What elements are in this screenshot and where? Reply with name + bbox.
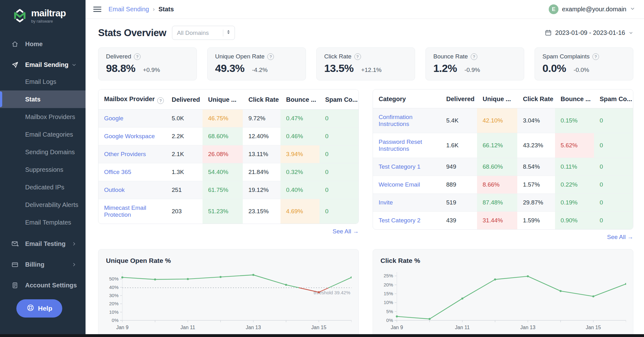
domain-select[interactable]: All Domains bbox=[172, 26, 235, 40]
help-circle-icon[interactable]: ? bbox=[592, 53, 599, 60]
sidebar-item-email-logs[interactable]: Email Logs bbox=[0, 73, 86, 90]
mailtrap-logo[interactable]: mailtrap by railsware bbox=[0, 0, 86, 24]
click-rate-chart-card: Click Rate % 0%5%10%15%20%25%Jan 9Jan 11… bbox=[373, 249, 633, 337]
help-circle-icon[interactable]: ? bbox=[267, 53, 274, 60]
cell-name: Welcome Email bbox=[373, 176, 441, 194]
sidebar-item-email-testing[interactable]: Email Testing bbox=[0, 236, 86, 252]
sidebar-item-label: Email Categories bbox=[0, 131, 73, 138]
sidebar-item-account-settings[interactable]: Account Settings bbox=[0, 277, 86, 293]
category-table-section: CategoryDeliveredUnique ...Click RateBou… bbox=[373, 89, 633, 241]
hamburger-menu-icon[interactable] bbox=[93, 6, 102, 13]
cell-value: 26.08% bbox=[203, 145, 243, 163]
cell-value: 0 bbox=[319, 163, 358, 181]
domain-select-value: All Domains bbox=[177, 30, 209, 36]
row-link-confirmation-instructions[interactable]: Confirmation Instructions bbox=[379, 114, 413, 127]
sidebar-item-deliverability-alerts[interactable]: Deliverability Alerts bbox=[0, 196, 86, 214]
help-circle-icon[interactable]: ? bbox=[157, 97, 164, 104]
date-range-picker[interactable]: 2023-01-09 - 2023-01-16 bbox=[545, 29, 633, 36]
sidebar-item-home[interactable]: Home bbox=[0, 36, 86, 52]
cell-value: 68.60% bbox=[477, 158, 517, 176]
row-link-outlook[interactable]: Outlook bbox=[104, 187, 125, 193]
cell-value: 8.54% bbox=[517, 158, 555, 176]
category-table: CategoryDeliveredUnique ...Click RateBou… bbox=[373, 89, 633, 230]
sidebar-item-billing[interactable]: Billing bbox=[0, 256, 86, 273]
cell-name: Google bbox=[98, 110, 166, 128]
sidebar-item-email-sending[interactable]: Email Sending bbox=[0, 57, 86, 73]
chevron-down-icon bbox=[71, 62, 77, 68]
date-range-value: 2023-01-09 - 2023-01-16 bbox=[555, 29, 625, 36]
chevron-down-icon bbox=[630, 6, 635, 13]
stat-card-value: 98.8% bbox=[106, 62, 135, 74]
row-link-password-reset-instructions[interactable]: Password Reset Instructions bbox=[379, 139, 422, 152]
cell-value: 42.10% bbox=[477, 108, 517, 133]
breadcrumb-email-sending[interactable]: Email Sending bbox=[108, 6, 149, 13]
row-link-invite[interactable]: Invite bbox=[379, 199, 393, 206]
row-link-office-365[interactable]: Office 365 bbox=[104, 169, 131, 175]
cell-value: 0 bbox=[319, 199, 358, 224]
cell-value: 0 bbox=[594, 212, 633, 229]
page-title: Stats Overview bbox=[98, 27, 166, 39]
sidebar-item-mailbox-providers[interactable]: Mailbox Providers bbox=[0, 108, 86, 126]
lifebuoy-icon bbox=[26, 304, 35, 313]
brand-name: mailtrap bbox=[31, 8, 66, 18]
see-all-categories-link[interactable]: See All → bbox=[607, 234, 633, 240]
sidebar-item-sending-domains[interactable]: Sending Domains bbox=[0, 143, 86, 161]
cell-name: Office 365 bbox=[98, 163, 166, 181]
help-circle-icon[interactable]: ? bbox=[134, 53, 141, 60]
help-label: Help bbox=[38, 305, 53, 312]
cell-value: 5.62% bbox=[555, 133, 594, 158]
mailbox-provider-table-section: Mailbox Provider?DeliveredUnique ...Clic… bbox=[98, 89, 359, 241]
cell-name: Outlook bbox=[98, 181, 166, 199]
row-link-mimecast-email-protection[interactable]: Mimecast Email Protection bbox=[104, 204, 146, 218]
column-header-delivered: Delivered bbox=[166, 90, 203, 110]
sidebar-item-dedicated-ips[interactable]: Dedicated IPs bbox=[0, 178, 86, 196]
cell-name: Google Workspace bbox=[98, 128, 166, 145]
stat-card-value: 0.0% bbox=[542, 62, 566, 74]
sidebar-nav: HomeEmail SendingEmail LogsStatsMailbox … bbox=[0, 36, 86, 293]
row-link-other-providers[interactable]: Other Providers bbox=[104, 151, 146, 157]
select-spinner-icon bbox=[226, 29, 231, 36]
help-circle-icon[interactable]: ? bbox=[354, 53, 361, 60]
svg-text:Jan 13: Jan 13 bbox=[520, 325, 536, 330]
sidebar-item-suppressions[interactable]: Suppressions bbox=[0, 161, 86, 178]
help-circle-icon[interactable]: ? bbox=[471, 53, 477, 60]
charts-row: Unique Open Rate % 0%10%20%30%40%50%Jan … bbox=[98, 249, 633, 337]
column-header-spam-co: Spam Co... bbox=[594, 90, 633, 108]
stat-card-delta: +0.9% bbox=[143, 67, 160, 73]
row-link-google-workspace[interactable]: Google Workspace bbox=[104, 133, 155, 139]
see-all-providers-link[interactable]: See All → bbox=[333, 228, 359, 235]
cell-value: 0.22% bbox=[555, 176, 594, 194]
row-link-test-category-2[interactable]: Test Category 2 bbox=[379, 217, 420, 224]
account-menu[interactable]: E example@your.domain bbox=[549, 4, 635, 14]
cell-value: 519 bbox=[441, 194, 477, 212]
cell-value: 87.48% bbox=[477, 194, 517, 212]
billing-icon bbox=[11, 261, 19, 268]
sidebar-item-label: Mailbox Providers bbox=[0, 113, 75, 121]
stat-card-delta: -4.2% bbox=[252, 67, 268, 73]
row-link-test-category-1[interactable]: Test Category 1 bbox=[379, 163, 420, 170]
cell-name: Test Category 1 bbox=[373, 158, 441, 176]
sidebar-item-label: Stats bbox=[0, 96, 41, 103]
cell-value: 0.19% bbox=[555, 194, 594, 212]
sidebar: mailtrap by railsware HomeEmail SendingE… bbox=[0, 0, 86, 337]
row-link-welcome-email[interactable]: Welcome Email bbox=[379, 181, 420, 188]
sidebar-item-email-categories[interactable]: Email Categories bbox=[0, 126, 86, 143]
table-row: Mimecast Email Protection20351.23%23.15%… bbox=[98, 199, 358, 224]
cell-value: 5.0K bbox=[166, 110, 203, 128]
cell-value: 0.90% bbox=[555, 212, 594, 229]
cell-value: 0 bbox=[594, 133, 633, 158]
row-link-google[interactable]: Google bbox=[104, 115, 123, 122]
svg-text:20%: 20% bbox=[384, 282, 393, 287]
stat-card-label: Unique Open Rate bbox=[215, 53, 264, 60]
cell-value: 0 bbox=[594, 194, 633, 212]
breadcrumb-current: Stats bbox=[158, 6, 174, 13]
sidebar-item-stats[interactable]: Stats bbox=[0, 90, 86, 108]
help-button[interactable]: Help bbox=[16, 299, 62, 318]
mailbox-provider-table: Mailbox Provider?DeliveredUnique ...Clic… bbox=[98, 89, 359, 224]
cell-name: Mimecast Email Protection bbox=[98, 199, 166, 224]
cell-value: 0 bbox=[319, 145, 358, 163]
cell-name: Test Category 2 bbox=[373, 212, 441, 229]
sidebar-item-label: Email Sending bbox=[0, 61, 69, 68]
sidebar-item-email-templates[interactable]: Email Templates bbox=[0, 214, 86, 231]
cell-value: 0 bbox=[594, 176, 633, 194]
